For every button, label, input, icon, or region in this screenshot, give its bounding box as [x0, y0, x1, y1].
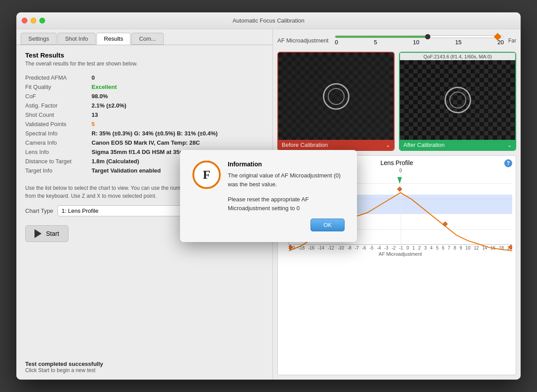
dialog-title: Information [228, 161, 345, 168]
dialog-message-line2: Please reset the appropriate AF Microadj… [228, 195, 345, 212]
dialog-text-area: Information The original value of AF Mic… [228, 161, 345, 212]
information-dialog: F Information The original value of AF M… [180, 150, 357, 242]
dialog-message-line1: The original value of AF Microadjustment… [228, 171, 345, 188]
dialog-footer: OK [192, 219, 345, 231]
fc-logo-icon: F [192, 161, 221, 189]
dialog-overlay: F Information The original value of AF M… [0, 0, 537, 392]
dialog-header: F Information The original value of AF M… [192, 161, 345, 212]
ok-button[interactable]: OK [311, 219, 345, 231]
